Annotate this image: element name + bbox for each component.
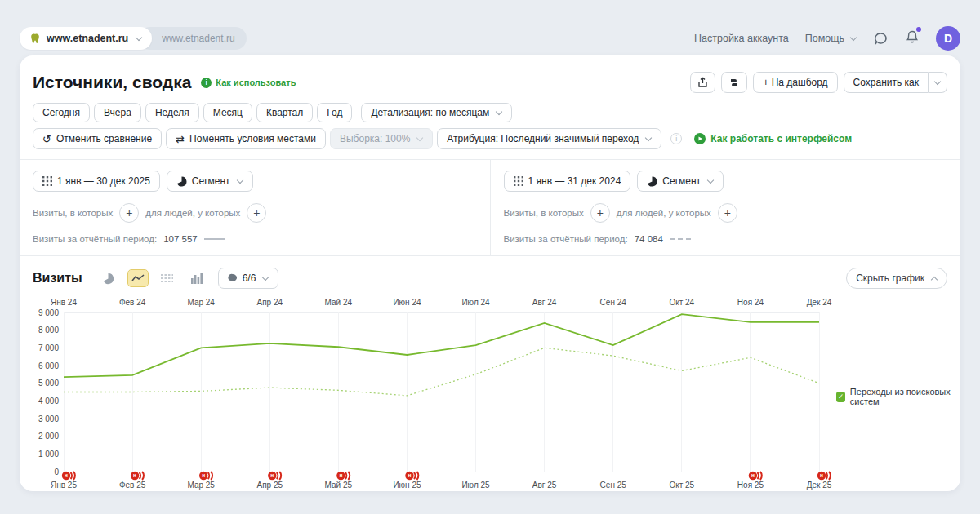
- avatar[interactable]: D: [936, 26, 960, 51]
- page-title: Источники, сводка: [33, 73, 191, 92]
- calendar-grid-icon: [42, 176, 52, 186]
- annotation-marker-icon[interactable]: н: [199, 472, 212, 480]
- line-chart-icon[interactable]: [128, 270, 148, 286]
- chevron-down-icon: [236, 176, 243, 183]
- svg-text:Окт 24: Окт 24: [669, 298, 694, 307]
- period-total-b: Визиты за отчётный период: 74 084: [504, 234, 948, 244]
- add-people-condition-button[interactable]: +: [247, 203, 266, 223]
- export-button[interactable]: [690, 72, 715, 93]
- svg-text:Июл 24: Июл 24: [461, 298, 490, 307]
- add-visit-condition-button[interactable]: +: [590, 203, 610, 223]
- add-to-dashboard-button[interactable]: + На дашборд: [753, 72, 837, 93]
- attribution-dropdown[interactable]: Атрибуция: Последний значимый переход: [437, 128, 662, 149]
- attribution-info-icon[interactable]: i: [670, 133, 682, 144]
- date-range-button-b[interactable]: 1 янв — 31 дек 2024: [504, 171, 631, 192]
- svg-text:Июл 25: Июл 25: [461, 481, 490, 490]
- metrics-count-dropdown[interactable]: 6/6: [218, 268, 279, 289]
- pie-chart-icon[interactable]: [99, 270, 118, 286]
- svg-text:3 000: 3 000: [38, 414, 59, 423]
- total-value: 74 084: [635, 234, 663, 244]
- period-tab-today[interactable]: Сегодня: [33, 103, 90, 122]
- save-as-button[interactable]: Сохранить как: [844, 72, 929, 93]
- svg-text:н: н: [270, 472, 274, 478]
- counter-selector: www.etnadent.ru www.etnadent.ru: [20, 27, 247, 50]
- save-as-chevron-button[interactable]: [929, 72, 947, 93]
- chart-area: 01 0002 0003 0004 0005 0006 0007 0008 00…: [20, 295, 960, 501]
- annotation-marker-icon[interactable]: н: [817, 472, 831, 480]
- add-visit-condition-button[interactable]: +: [119, 203, 139, 223]
- svg-text:8 000: 8 000: [38, 326, 59, 335]
- svg-text:Янв 25: Янв 25: [51, 481, 77, 490]
- svg-text:Май 25: Май 25: [325, 481, 353, 490]
- add-to-dashboard-label: + На дашборд: [763, 77, 827, 88]
- svg-text:Фев 25: Фев 25: [119, 481, 146, 490]
- period-tab-yesterday[interactable]: Вчера: [94, 103, 141, 122]
- legend-checkbox[interactable]: ✓: [836, 392, 845, 402]
- chart-type-switcher: [99, 270, 207, 286]
- svg-text:Мар 25: Мар 25: [187, 481, 215, 490]
- visits-line-chart[interactable]: 01 0002 0003 0004 0005 0006 0007 0008 00…: [34, 295, 843, 498]
- annotation-marker-icon[interactable]: н: [268, 472, 281, 480]
- annotation-marker-icon[interactable]: н: [62, 472, 75, 480]
- detalization-label: Детализация: по месяцам: [371, 107, 489, 118]
- main-card: Источники, сводка i Как использовать + Н…: [20, 55, 960, 491]
- refresh-icon: ↺: [42, 133, 51, 145]
- period-total-a: Визиты за отчётный период: 107 557: [33, 234, 477, 244]
- chart-title: Визиты: [33, 271, 82, 286]
- svg-text:Авг 24: Авг 24: [532, 298, 557, 307]
- series-dashed[interactable]: [64, 348, 819, 396]
- annotation-marker-icon[interactable]: н: [749, 472, 762, 480]
- widgets-icon: [728, 78, 740, 88]
- svg-text:7 000: 7 000: [38, 343, 59, 352]
- segment-dropdown-b[interactable]: Сегмент: [637, 171, 724, 192]
- how-to-use-link[interactable]: i Как использовать: [201, 78, 296, 88]
- svg-text:9 000: 9 000: [38, 308, 59, 317]
- help-menu[interactable]: Помощь: [805, 33, 857, 44]
- swap-conditions-button[interactable]: ⇄ Поменять условия местами: [166, 128, 326, 149]
- interface-help-link[interactable]: Как работать с интерфейсом: [694, 133, 852, 144]
- segment-pie-icon: [176, 176, 187, 187]
- topbar: www.etnadent.ru www.etnadent.ru Настройк…: [20, 26, 960, 51]
- attribution-label: Атрибуция: Последний значимый переход: [447, 133, 639, 144]
- chart-legend: ✓ Переходы из поисковых систем: [836, 387, 960, 406]
- report-header: Источники, сводка i Как использовать + Н…: [20, 55, 960, 103]
- controls-row: ↺ Отменить сравнение ⇄ Поменять условия …: [20, 128, 960, 149]
- period-tab-label: Неделя: [155, 107, 189, 118]
- segment-label: Сегмент: [192, 175, 230, 187]
- annotation-marker-icon[interactable]: н: [336, 472, 350, 480]
- swap-icon: ⇄: [176, 133, 185, 145]
- notification-dot: [916, 27, 921, 32]
- for-people-label: для людей, у которых: [145, 208, 240, 218]
- account-settings-link[interactable]: Настройка аккаунта: [694, 33, 789, 44]
- counter-pill[interactable]: www.etnadent.ru: [20, 27, 152, 50]
- segment-panel-b: 1 янв — 31 дек 2024 Сегмент Визиты, в ко…: [490, 160, 961, 255]
- segment-dropdown-a[interactable]: Сегмент: [167, 171, 253, 192]
- period-tab-quarter[interactable]: Квартал: [256, 103, 313, 122]
- period-tab-year[interactable]: Год: [317, 103, 352, 122]
- period-tab-month[interactable]: Месяц: [203, 103, 252, 122]
- calendar-grid-icon: [514, 176, 523, 186]
- detalization-dropdown[interactable]: Детализация: по месяцам: [361, 103, 512, 122]
- svg-text:4 000: 4 000: [38, 397, 59, 405]
- date-range-label: 1 янв — 31 дек 2024: [528, 175, 621, 187]
- notifications[interactable]: [905, 29, 920, 47]
- play-icon: [694, 133, 706, 144]
- annotation-marker-icon[interactable]: н: [405, 472, 418, 480]
- sampling-dropdown[interactable]: Выборка: 100%: [330, 128, 433, 149]
- annotation-marker-icon[interactable]: н: [131, 472, 144, 480]
- hide-chart-button[interactable]: Скрыть график: [846, 268, 947, 289]
- dashed-lines-icon[interactable]: [158, 270, 177, 286]
- save-as-label: Сохранить как: [853, 77, 919, 88]
- bar-chart-icon[interactable]: [187, 270, 207, 286]
- svg-text:Янв 24: Янв 24: [51, 298, 77, 307]
- period-tab-week[interactable]: Неделя: [145, 103, 199, 122]
- svg-text:Май 24: Май 24: [325, 298, 353, 307]
- series-solid[interactable]: [64, 314, 819, 377]
- date-range-button-a[interactable]: 1 янв — 30 дек 2025: [33, 171, 160, 192]
- metrics-count-label: 6/6: [243, 273, 256, 284]
- counter-search-input[interactable]: www.etnadent.ru: [139, 27, 247, 50]
- widgets-button[interactable]: [721, 72, 747, 93]
- add-people-condition-button[interactable]: +: [718, 203, 737, 223]
- chat-icon[interactable]: [873, 31, 889, 47]
- cancel-compare-button[interactable]: ↺ Отменить сравнение: [33, 128, 162, 149]
